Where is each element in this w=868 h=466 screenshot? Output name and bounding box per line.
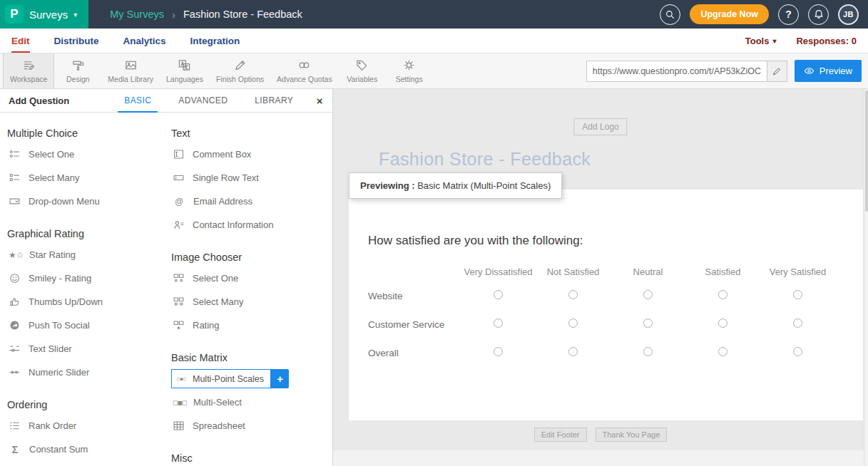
add-question-button[interactable]: + [271, 369, 289, 388]
question-type-comment-box[interactable]: Comment Box [171, 143, 332, 166]
notifications-button[interactable] [808, 4, 829, 25]
question-type-partial[interactable] [7, 461, 171, 466]
toolbar-finish-options[interactable]: Finish Options [210, 53, 270, 88]
product-menu-label: Surveys [29, 9, 68, 21]
matrix-radio[interactable] [718, 347, 727, 356]
matrix-radio[interactable] [718, 290, 727, 299]
matrix-row: Website [368, 281, 835, 310]
responses-count[interactable]: Responses: 0 [796, 36, 857, 46]
question-type-select-many[interactable]: Select Many [7, 166, 171, 190]
question-type-email-address[interactable]: @ Email Address [171, 190, 332, 213]
matrix-radio[interactable] [643, 347, 653, 356]
question-type-rank-order[interactable]: Rank Order [7, 414, 171, 437]
question-type-single-row-text[interactable]: Single Row Text [171, 166, 332, 190]
matrix-radio[interactable] [494, 290, 503, 299]
question-type-contact-information[interactable]: Contact Information [171, 213, 332, 237]
eye-icon [804, 66, 815, 76]
tab-advanced[interactable]: ADVANCED [165, 89, 241, 112]
edit-url-button[interactable] [767, 61, 787, 81]
edit-footer-button[interactable]: Edit Footer [534, 428, 587, 442]
survey-url-input[interactable] [587, 61, 767, 81]
question-type-dropdown-menu[interactable]: Drop-down Menu [7, 190, 171, 213]
tools-menu[interactable]: Tools ▾ [745, 36, 777, 46]
scrollbar[interactable] [864, 89, 868, 466]
tab-distribute[interactable]: Distribute [54, 29, 99, 53]
question-type-constant-sum[interactable]: Σ Constant Sum [7, 437, 171, 461]
tab-edit[interactable]: Edit [11, 29, 30, 53]
matrix-radio[interactable] [494, 319, 503, 328]
user-avatar[interactable]: JB [838, 4, 859, 25]
matrix-radio[interactable] [793, 319, 802, 328]
matrix-table: Very Dissatisfied Not Satisfied Neutral … [368, 259, 835, 367]
question-type-multi-point-scales[interactable]: ○●○ Multi-Point Scales + [171, 367, 332, 390]
question-type-thumbs[interactable]: Thumbs Up/Down [7, 290, 171, 314]
help-button[interactable]: ? [778, 4, 799, 25]
matrix-column-header: Very Dissatisfied [461, 259, 536, 281]
toolbar-settings[interactable]: Settings [386, 53, 433, 88]
question-type-multi-select[interactable]: ◻◼◻ Multi-Select [171, 390, 332, 414]
pencil-icon [772, 66, 782, 76]
tab-library[interactable]: LIBRARY [241, 89, 307, 112]
toolbar-workspace[interactable]: Workspace [3, 53, 54, 88]
preview-footer: Edit Footer Thank You Page [333, 428, 868, 442]
product-menu[interactable]: P Surveys ▾ [0, 0, 88, 29]
matrix-radio[interactable] [568, 319, 578, 328]
scrollbar-thumb[interactable] [865, 90, 868, 212]
section-image-chooser: Image Chooser [171, 252, 332, 263]
matrix-radio[interactable] [494, 347, 503, 356]
question-type-text-slider[interactable]: Text Slider [7, 337, 171, 361]
question-type-image-select-many[interactable]: Select Many [171, 290, 332, 314]
contact-person-icon [173, 219, 185, 231]
toolbar-design[interactable]: Design [54, 53, 101, 88]
search-button[interactable] [660, 4, 680, 25]
panel-tabs: BASIC ADVANCED LIBRARY [111, 89, 307, 112]
matrix-radio[interactable] [568, 347, 578, 356]
chevron-right-icon: › [172, 9, 175, 21]
question-type-numeric-slider[interactable]: Numeric Slider [7, 361, 171, 384]
section-ordering: Ordering [7, 399, 171, 410]
workspace-icon [22, 58, 36, 72]
thank-you-page-button[interactable]: Thank You Page [596, 428, 668, 442]
close-panel-button[interactable]: × [307, 89, 332, 112]
question-type-star-rating[interactable]: ★☆ Star Rating [7, 243, 171, 266]
toolbar-variables[interactable]: Variables [339, 53, 386, 88]
preview-button[interactable]: Preview [795, 60, 862, 82]
matrix-radio[interactable] [643, 319, 653, 328]
question-type-image-rating[interactable]: Rating [171, 314, 332, 337]
preview-bottom-strip [333, 450, 864, 466]
spreadsheet-grid-icon [173, 420, 185, 432]
question-type-select-one[interactable]: Select One [7, 143, 171, 166]
smiley-icon [9, 272, 21, 284]
chevron-down-icon: ▾ [772, 37, 776, 45]
checkbox-list-icon [9, 172, 21, 184]
matrix-question-text: How satisfied are you with the following… [368, 234, 863, 248]
toolbar-advance-quotas[interactable]: Advance Quotas [270, 53, 339, 88]
matrix-radio[interactable] [793, 290, 802, 299]
question-card: How satisfied are you with the following… [349, 190, 863, 420]
multi-point-scales-selected-box[interactable]: ○●○ Multi-Point Scales [171, 369, 271, 388]
matrix-row-label: Website [368, 281, 461, 310]
matrix-radio[interactable] [643, 290, 653, 299]
matrix-radio[interactable] [718, 319, 727, 328]
at-sign-icon: @ [173, 197, 185, 207]
toolbar-languages[interactable]: Languages [160, 53, 210, 88]
matrix-radio[interactable] [568, 290, 578, 299]
top-bar: P Surveys ▾ My Surveys › Fashion Store -… [0, 0, 868, 29]
toolbar-media-library[interactable]: Media Library [101, 53, 160, 88]
question-type-image-select-one[interactable]: Select One [171, 266, 332, 290]
matrix-radio[interactable] [793, 347, 802, 356]
question-type-smiley-rating[interactable]: Smiley - Rating [7, 266, 171, 290]
upgrade-now-button[interactable]: Upgrade Now [690, 4, 769, 24]
add-logo-button[interactable]: Add Logo [573, 118, 627, 135]
tab-basic[interactable]: BASIC [111, 89, 165, 112]
question-type-push-to-social[interactable]: Push To Social [7, 314, 171, 337]
tab-integration[interactable]: Integration [190, 29, 240, 53]
survey-preview-area: Add Logo Fashion Store - Feedback Previe… [333, 89, 868, 466]
tab-analytics[interactable]: Analytics [123, 29, 166, 53]
languages-icon [178, 58, 191, 72]
question-mark-icon: ? [785, 9, 792, 20]
question-type-spreadsheet[interactable]: Spreadsheet [171, 414, 332, 437]
breadcrumb-my-surveys[interactable]: My Surveys [110, 9, 164, 20]
single-row-icon [173, 172, 185, 184]
nav-right: Tools ▾ Responses: 0 [745, 29, 868, 53]
